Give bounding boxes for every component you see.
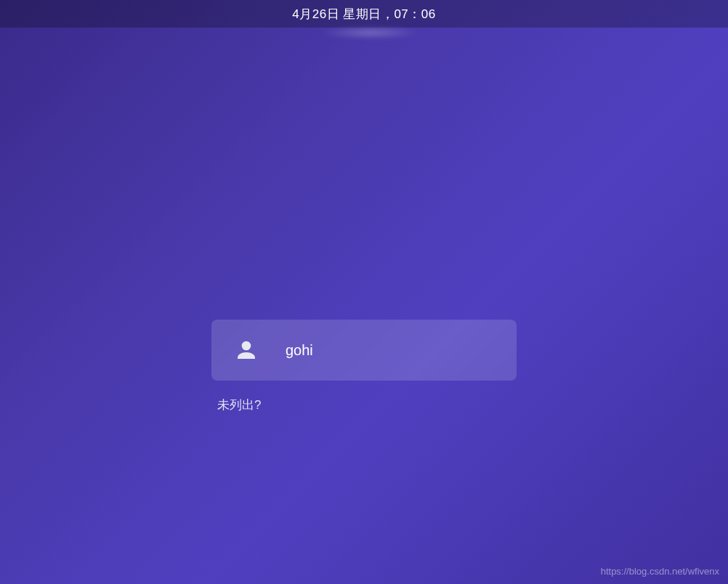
- watermark-text: https://blog.csdn.net/wfivenx: [601, 566, 719, 577]
- login-container: gohi 未列出?: [211, 320, 517, 413]
- datetime-label: 4月26日 星期日，07：06: [292, 6, 435, 23]
- user-tile[interactable]: gohi: [211, 320, 517, 381]
- user-icon: [232, 336, 261, 365]
- not-listed-link[interactable]: 未列出?: [217, 397, 261, 413]
- svg-point-0: [242, 341, 251, 351]
- top-bar: 4月26日 星期日，07：06: [0, 0, 728, 28]
- username-label: gohi: [286, 342, 313, 359]
- screen-glare: [320, 26, 421, 39]
